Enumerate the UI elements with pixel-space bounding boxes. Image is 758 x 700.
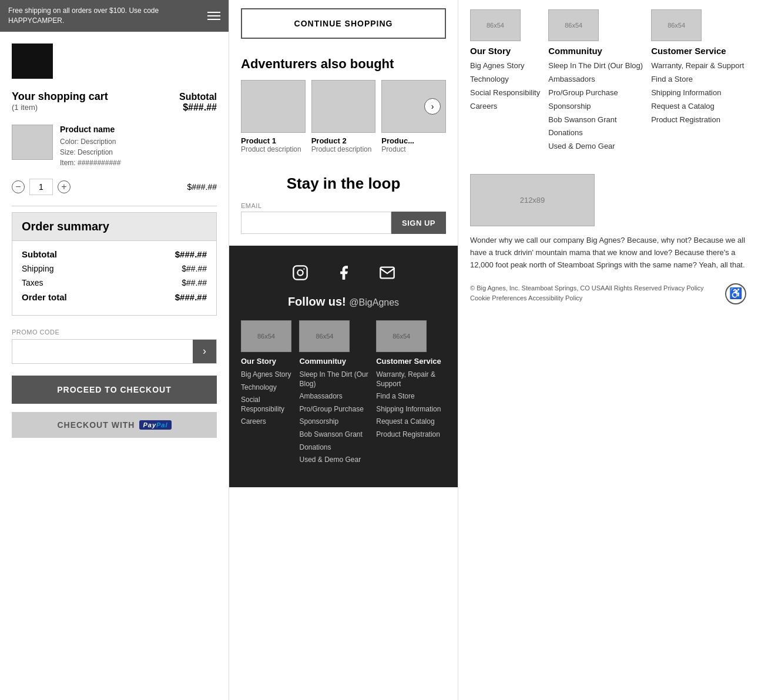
product-arrow-button[interactable]: › <box>424 98 441 115</box>
cart-item-details: Product name Color: Description Size: De… <box>60 125 217 168</box>
continue-shopping-button[interactable]: CONTINUE SHOPPING <box>241 8 446 39</box>
footer-link-2-4[interactable]: Bob Swanson Grant <box>299 430 370 440</box>
nav-link-3-0[interactable]: Warranty, Repair & Support <box>651 61 744 71</box>
promo-submit-button[interactable]: › <box>193 340 216 363</box>
hamburger-menu-icon[interactable] <box>207 12 220 20</box>
nav-link-2-1[interactable]: Ambassadors <box>548 75 643 85</box>
nav-col-3: 86x54 Customer Service Warranty, Repair … <box>651 9 744 128</box>
facebook-icon[interactable] <box>331 260 357 286</box>
nav-img-3: 86x54 <box>651 9 702 41</box>
footer-col-img-2: 86x54 <box>299 320 350 352</box>
shipping-banner-text: Free shipping on all orders over $100. U… <box>8 6 207 26</box>
cart-item-image <box>12 125 53 160</box>
follow-row: Follow us! @BigAgnes <box>241 295 446 309</box>
footer-link-1-3[interactable]: Careers <box>241 417 293 427</box>
cart-title: Your shopping cart <box>12 91 108 103</box>
nav-link-3-1[interactable]: Find a Store <box>651 75 744 85</box>
promo-input[interactable] <box>12 341 193 362</box>
checkout-with-label: CHECKOUT WITH <box>57 420 135 430</box>
cart-subtotal-label: Subtotal <box>179 92 217 102</box>
footer-link-2-6[interactable]: Used & Demo Gear <box>299 455 370 465</box>
footer-link-1-0[interactable]: Big Agnes Story <box>241 370 293 380</box>
instagram-icon[interactable] <box>287 260 313 286</box>
nav-link-3-2[interactable]: Shipping Information <box>651 88 744 98</box>
nav-img-1: 86x54 <box>470 9 521 41</box>
footer-link-3-4[interactable]: Product Registration <box>376 430 446 440</box>
footer-link-3-2[interactable]: Shipping Information <box>376 405 446 414</box>
cart-item-name: Product name <box>60 125 217 134</box>
email-input[interactable] <box>241 212 391 234</box>
quantity-input[interactable] <box>29 179 53 195</box>
product-card-1: Product 1 Product description <box>241 80 306 153</box>
product-name-2: Product 2 <box>311 136 376 145</box>
subtotal-row-label: Subtotal <box>22 249 57 259</box>
footer-link-3-3[interactable]: Request a Catalog <box>376 417 446 427</box>
cart-header-row: Your shopping cart (1 item) Subtotal $##… <box>0 91 229 119</box>
nav-col-title-1: Our Story <box>470 46 540 56</box>
quantity-controls: − + <box>12 179 71 195</box>
taxes-label: Taxes <box>22 278 43 287</box>
shipping-banner: Free shipping on all orders over $100. U… <box>0 0 229 32</box>
nav-col-title-2: Communituy <box>548 46 643 56</box>
nav-link-1-3[interactable]: Careers <box>470 102 540 112</box>
shipping-value: $##.## <box>182 264 207 273</box>
accessibility-icon[interactable]: ♿ <box>725 283 746 304</box>
footer-link-2-3[interactable]: Sponsorship <box>299 417 370 427</box>
footer-link-1-1[interactable]: Technology <box>241 383 293 393</box>
promo-label: PROMO CODE <box>12 329 217 336</box>
nav-link-2-2[interactable]: Pro/Group Purchase <box>548 88 643 98</box>
nav-link-2-6[interactable]: Used & Demo Gear <box>548 142 643 152</box>
footer-col-2: 86x54 Communituy Sleep In The Dirt (Our … <box>299 320 370 468</box>
logo <box>12 43 53 79</box>
footer-cols: 86x54 Our Story Big Agnes Story Technolo… <box>241 320 446 468</box>
product-name-1: Product 1 <box>241 136 306 145</box>
footer-col-title-3: Customer Service <box>376 357 446 366</box>
signup-button[interactable]: SIGN UP <box>391 212 446 234</box>
footer-link-2-0[interactable]: Sleep In The Dirt (Our Blog) <box>299 370 370 388</box>
product-desc-3: Product <box>381 145 446 153</box>
nav-col-2: 86x54 Communituy Sleep In The Dirt (Our … <box>548 9 643 155</box>
footer-col-img-3: 86x54 <box>376 320 427 352</box>
order-total-label: Order total <box>22 292 67 302</box>
footer-link-2-2[interactable]: Pro/Group Purchase <box>299 405 370 414</box>
cart-subtotal-value: $###.## <box>179 102 217 113</box>
footer-link-2-1[interactable]: Ambassadors <box>299 392 370 401</box>
right-about-section: 212x89 Wonder why we call our company Bi… <box>470 165 746 313</box>
nav-link-2-3[interactable]: Sponsorship <box>548 102 643 112</box>
proceed-to-checkout-button[interactable]: PROCEED TO CHECKOUT <box>12 376 217 404</box>
footer-link-1-2[interactable]: Social Responsibility <box>241 396 293 414</box>
product-card-2: Product 2 Product description <box>311 80 376 153</box>
footer-col-title-2: Communituy <box>299 357 370 366</box>
footer-col-img-1: 86x54 <box>241 320 291 352</box>
right-panel: 86x54 Our Story Big Agnes Story Technolo… <box>458 0 758 700</box>
also-bought-title: Adventurers also bought <box>241 56 446 72</box>
order-total-row: Order total $###.## <box>22 292 207 302</box>
nav-link-3-4[interactable]: Product Registration <box>651 115 744 125</box>
cart-subtitle: (1 item) <box>12 103 108 112</box>
footer-link-3-1[interactable]: Find a Store <box>376 392 446 401</box>
footer-link-2-5[interactable]: Donations <box>299 443 370 453</box>
quantity-increase-button[interactable]: + <box>58 180 71 193</box>
order-summary-box: Order summary Subtotal $###.## Shipping … <box>12 212 217 316</box>
nav-link-2-4[interactable]: Bob Swanson Grant <box>548 115 643 125</box>
svg-rect-0 <box>293 266 307 279</box>
taxes-row: Taxes $##.## <box>22 278 207 287</box>
email-icon[interactable] <box>374 260 400 286</box>
nav-link-2-0[interactable]: Sleep In The Dirt (Our Blog) <box>548 61 643 71</box>
quantity-decrease-button[interactable]: − <box>12 180 25 193</box>
nav-link-1-1[interactable]: Technology <box>470 75 540 85</box>
logo-area <box>0 32 229 91</box>
nav-link-3-3[interactable]: Request a Catalog <box>651 102 744 112</box>
nav-link-2-5[interactable]: Donations <box>548 128 643 138</box>
nav-link-1-2[interactable]: Social Responsibility <box>470 88 540 98</box>
cart-divider <box>12 206 217 206</box>
about-image: 212x89 <box>470 174 595 226</box>
email-row: SIGN UP <box>241 212 446 234</box>
cart-item-color: Color: Description <box>60 136 217 147</box>
nav-col-title-3: Customer Service <box>651 46 744 56</box>
nav-col-1: 86x54 Our Story Big Agnes Story Technolo… <box>470 9 540 115</box>
nav-link-1-0[interactable]: Big Agnes Story <box>470 61 540 71</box>
stay-in-loop-section: Stay in the loop EMAIL SIGN UP <box>229 163 458 246</box>
checkout-with-paypal-button[interactable]: CHECKOUT WITH PayPal <box>12 412 217 438</box>
footer-link-3-0[interactable]: Warranty, Repair & Support <box>376 370 446 388</box>
